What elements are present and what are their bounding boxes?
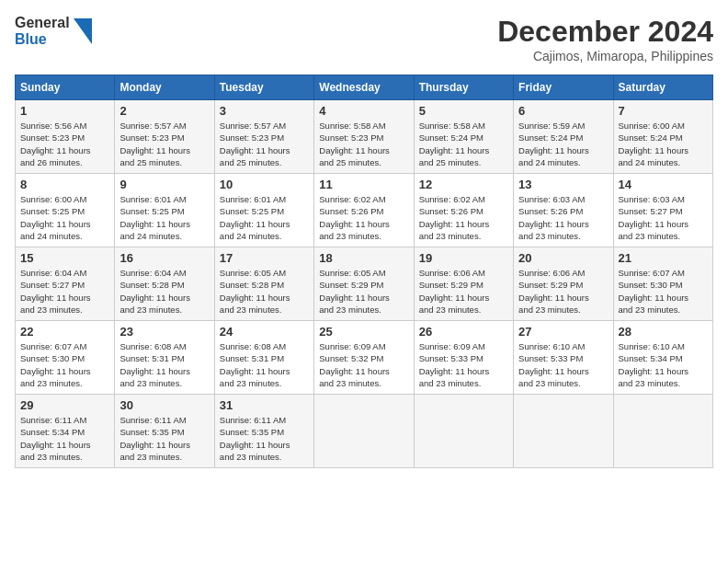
- day-number: 4: [319, 104, 408, 118]
- calendar-cell: 12Sunrise: 6:02 AMSunset: 5:26 PMDayligh…: [414, 174, 513, 247]
- day-number: 14: [619, 178, 708, 191]
- calendar-cell: 19Sunrise: 6:06 AMSunset: 5:29 PMDayligh…: [414, 247, 513, 321]
- logo-general: General: [15, 15, 70, 31]
- calendar-body: 1Sunrise: 5:56 AMSunset: 5:23 PMDaylight…: [16, 100, 713, 468]
- day-number: 20: [518, 251, 608, 265]
- calendar-cell: 9Sunrise: 6:01 AMSunset: 5:25 PMDaylight…: [115, 174, 214, 247]
- day-info: Sunrise: 6:03 AMSunset: 5:27 PMDaylight:…: [619, 193, 708, 242]
- column-header-tuesday: Tuesday: [214, 75, 313, 100]
- day-info: Sunrise: 6:00 AMSunset: 5:24 PMDaylight:…: [619, 120, 708, 168]
- day-info: Sunrise: 5:57 AMSunset: 5:23 PMDaylight:…: [220, 120, 309, 168]
- calendar-cell: 3Sunrise: 5:57 AMSunset: 5:23 PMDaylight…: [214, 100, 313, 174]
- day-info: Sunrise: 6:09 AMSunset: 5:33 PMDaylight:…: [419, 340, 508, 389]
- day-number: 29: [20, 398, 109, 412]
- day-info: Sunrise: 6:05 AMSunset: 5:28 PMDaylight:…: [220, 267, 309, 316]
- day-info: Sunrise: 6:04 AMSunset: 5:27 PMDaylight:…: [20, 267, 109, 316]
- day-number: 15: [20, 251, 109, 265]
- day-info: Sunrise: 6:02 AMSunset: 5:26 PMDaylight:…: [319, 193, 408, 242]
- calendar-cell: 14Sunrise: 6:03 AMSunset: 5:27 PMDayligh…: [613, 174, 712, 247]
- day-info: Sunrise: 5:56 AMSunset: 5:23 PMDaylight:…: [20, 120, 109, 168]
- subtitle: Cajimos, Mimaropa, Philippines: [497, 49, 713, 63]
- day-number: 30: [119, 398, 209, 412]
- day-number: 22: [20, 325, 109, 339]
- calendar-cell: 13Sunrise: 6:03 AMSunset: 5:26 PMDayligh…: [514, 174, 613, 247]
- day-number: 11: [319, 178, 408, 191]
- day-info: Sunrise: 6:08 AMSunset: 5:31 PMDaylight:…: [119, 340, 209, 389]
- calendar-week-row: 8Sunrise: 6:00 AMSunset: 5:25 PMDaylight…: [16, 174, 713, 247]
- day-number: 13: [518, 178, 608, 191]
- calendar-cell: 1Sunrise: 5:56 AMSunset: 5:23 PMDaylight…: [16, 100, 115, 174]
- day-number: 17: [220, 251, 309, 265]
- calendar-cell: 11Sunrise: 6:02 AMSunset: 5:26 PMDayligh…: [314, 174, 414, 247]
- day-number: 3: [220, 104, 309, 118]
- day-info: Sunrise: 6:01 AMSunset: 5:25 PMDaylight:…: [119, 193, 209, 242]
- logo: General Blue: [15, 15, 92, 47]
- day-number: 16: [119, 251, 209, 265]
- calendar-cell: [314, 395, 414, 468]
- day-info: Sunrise: 5:58 AMSunset: 5:23 PMDaylight:…: [319, 120, 408, 168]
- day-info: Sunrise: 5:58 AMSunset: 5:24 PMDaylight:…: [419, 120, 508, 168]
- day-number: 12: [419, 178, 508, 191]
- calendar-week-row: 15Sunrise: 6:04 AMSunset: 5:27 PMDayligh…: [16, 247, 713, 321]
- column-header-saturday: Saturday: [613, 75, 712, 100]
- column-header-wednesday: Wednesday: [314, 75, 414, 100]
- calendar-cell: 10Sunrise: 6:01 AMSunset: 5:25 PMDayligh…: [214, 174, 313, 247]
- day-number: 25: [319, 325, 408, 339]
- day-info: Sunrise: 6:02 AMSunset: 5:26 PMDaylight:…: [419, 193, 508, 242]
- day-number: 27: [518, 325, 608, 339]
- logo-wordmark: General Blue: [15, 15, 70, 47]
- calendar-cell: 21Sunrise: 6:07 AMSunset: 5:30 PMDayligh…: [613, 247, 712, 321]
- day-number: 31: [220, 398, 309, 412]
- day-info: Sunrise: 6:10 AMSunset: 5:33 PMDaylight:…: [518, 340, 608, 389]
- day-number: 23: [119, 325, 209, 339]
- day-number: 18: [319, 251, 408, 265]
- day-info: Sunrise: 6:00 AMSunset: 5:25 PMDaylight:…: [20, 193, 109, 242]
- logo-blue: Blue: [15, 31, 70, 48]
- calendar-cell: 28Sunrise: 6:10 AMSunset: 5:34 PMDayligh…: [613, 321, 712, 395]
- calendar-cell: 22Sunrise: 6:07 AMSunset: 5:30 PMDayligh…: [16, 321, 115, 395]
- day-number: 21: [619, 251, 708, 265]
- calendar-week-row: 29Sunrise: 6:11 AMSunset: 5:34 PMDayligh…: [16, 395, 713, 468]
- day-number: 6: [518, 104, 608, 118]
- day-info: Sunrise: 6:05 AMSunset: 5:29 PMDaylight:…: [319, 267, 408, 316]
- calendar-cell: 8Sunrise: 6:00 AMSunset: 5:25 PMDaylight…: [16, 174, 115, 247]
- calendar-cell: 4Sunrise: 5:58 AMSunset: 5:23 PMDaylight…: [314, 100, 414, 174]
- calendar-cell: [613, 395, 712, 468]
- logo-arrow-icon: [74, 18, 92, 44]
- day-number: 9: [119, 178, 209, 191]
- calendar-cell: [414, 395, 513, 468]
- calendar-cell: [514, 395, 613, 468]
- calendar-header-row: SundayMondayTuesdayWednesdayThursdayFrid…: [16, 75, 713, 100]
- day-info: Sunrise: 6:07 AMSunset: 5:30 PMDaylight:…: [20, 340, 109, 389]
- day-info: Sunrise: 6:11 AMSunset: 5:34 PMDaylight:…: [20, 414, 109, 463]
- calendar-cell: 29Sunrise: 6:11 AMSunset: 5:34 PMDayligh…: [16, 395, 115, 468]
- day-number: 1: [20, 104, 109, 118]
- day-number: 7: [619, 104, 708, 118]
- day-info: Sunrise: 6:11 AMSunset: 5:35 PMDaylight:…: [119, 414, 209, 463]
- day-number: 19: [419, 251, 508, 265]
- calendar-table: SundayMondayTuesdayWednesdayThursdayFrid…: [15, 75, 713, 468]
- day-info: Sunrise: 6:06 AMSunset: 5:29 PMDaylight:…: [419, 267, 508, 316]
- day-number: 5: [419, 104, 508, 118]
- calendar-cell: 16Sunrise: 6:04 AMSunset: 5:28 PMDayligh…: [115, 247, 214, 321]
- day-info: Sunrise: 6:06 AMSunset: 5:29 PMDaylight:…: [518, 267, 608, 316]
- day-number: 24: [220, 325, 309, 339]
- day-number: 28: [619, 325, 708, 339]
- calendar-cell: 6Sunrise: 5:59 AMSunset: 5:24 PMDaylight…: [514, 100, 613, 174]
- calendar-week-row: 22Sunrise: 6:07 AMSunset: 5:30 PMDayligh…: [16, 321, 713, 395]
- calendar-cell: 30Sunrise: 6:11 AMSunset: 5:35 PMDayligh…: [115, 395, 214, 468]
- calendar-cell: 17Sunrise: 6:05 AMSunset: 5:28 PMDayligh…: [214, 247, 313, 321]
- calendar-cell: 26Sunrise: 6:09 AMSunset: 5:33 PMDayligh…: [414, 321, 513, 395]
- calendar-cell: 5Sunrise: 5:58 AMSunset: 5:24 PMDaylight…: [414, 100, 513, 174]
- day-info: Sunrise: 6:03 AMSunset: 5:26 PMDaylight:…: [518, 193, 608, 242]
- calendar-cell: 20Sunrise: 6:06 AMSunset: 5:29 PMDayligh…: [514, 247, 613, 321]
- day-number: 10: [220, 178, 309, 191]
- calendar-cell: 27Sunrise: 6:10 AMSunset: 5:33 PMDayligh…: [514, 321, 613, 395]
- calendar-cell: 18Sunrise: 6:05 AMSunset: 5:29 PMDayligh…: [314, 247, 414, 321]
- day-info: Sunrise: 6:08 AMSunset: 5:31 PMDaylight:…: [220, 340, 309, 389]
- calendar-cell: 2Sunrise: 5:57 AMSunset: 5:23 PMDaylight…: [115, 100, 214, 174]
- day-info: Sunrise: 6:07 AMSunset: 5:30 PMDaylight:…: [619, 267, 708, 316]
- page-header: General Blue December 2024 Cajimos, Mima…: [15, 15, 713, 63]
- calendar-cell: 31Sunrise: 6:11 AMSunset: 5:35 PMDayligh…: [214, 395, 313, 468]
- day-info: Sunrise: 6:01 AMSunset: 5:25 PMDaylight:…: [220, 193, 309, 242]
